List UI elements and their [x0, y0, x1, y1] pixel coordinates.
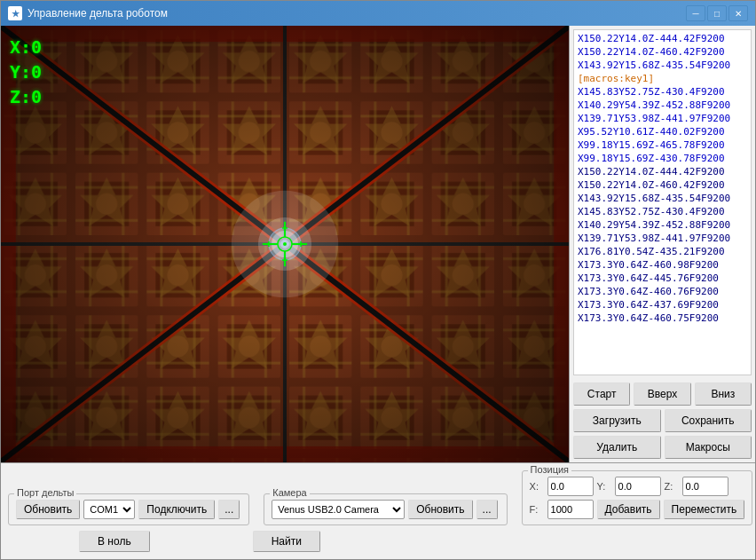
gcode-line[interactable]: X173.3Y0.64Z-460.98F9200: [576, 258, 749, 272]
svg-point-41: [283, 242, 287, 246]
gcode-line[interactable]: X173.3Y0.64Z-460.76F9200: [576, 285, 749, 298]
title-bar-left: ★ Управление дельта роботом: [8, 6, 168, 20]
gcode-line[interactable]: X143.92Y15.68Z-435.54F9200: [576, 192, 749, 205]
position-xyz-row: X: Y: Z:: [530, 477, 745, 496]
add-button[interactable]: Добавить: [597, 500, 660, 519]
load-button[interactable]: Загрузить: [573, 409, 661, 432]
port-select[interactable]: COM1 COM2 COM3: [83, 500, 135, 519]
macros-button[interactable]: Макросы: [665, 436, 752, 459]
bottom-panel: Порт дельты Обновить COM1 COM2 COM3 Подк…: [1, 462, 755, 559]
bottom-row-2: В ноль Найти: [8, 531, 748, 552]
maximize-button[interactable]: □: [707, 5, 727, 21]
app-icon: ★: [8, 6, 22, 20]
btn-row-2: Загрузить Сохранить: [573, 409, 752, 432]
gcode-line[interactable]: X99.18Y15.69Z-430.78F9200: [576, 152, 749, 165]
gcode-line[interactable]: X95.52Y10.61Z-440.02F9200: [576, 125, 749, 138]
camera-more-button[interactable]: ...: [476, 500, 498, 519]
gcode-line[interactable]: [macros:key1]: [576, 72, 749, 85]
x-input[interactable]: [547, 477, 594, 496]
x-label: X:: [530, 481, 544, 492]
close-button[interactable]: ✕: [728, 5, 748, 21]
camera-refresh-button[interactable]: Обновить: [408, 500, 472, 519]
main-window: ★ Управление дельта роботом ─ □ ✕: [0, 0, 756, 560]
down-button[interactable]: Вниз: [695, 383, 752, 406]
gcode-line[interactable]: X145.83Y52.75Z-430.4F9200: [576, 85, 749, 99]
gcode-line[interactable]: X176.81Y0.54Z-435.21F9200: [576, 245, 749, 258]
start-button[interactable]: Старт: [573, 383, 630, 406]
delete-button[interactable]: Удалить: [573, 436, 661, 459]
gcode-line[interactable]: X140.29Y54.39Z-452.88F9200: [576, 218, 749, 232]
port-section-label: Порт дельты: [14, 487, 76, 498]
gcode-line[interactable]: X139.71Y53.98Z-441.97F9200: [576, 112, 749, 125]
camera-panel: X:0 Y:0 Z:0: [1, 26, 569, 462]
zero-button[interactable]: В ноль: [79, 531, 150, 552]
y-label: Y:: [597, 481, 611, 492]
f-label: F:: [530, 504, 544, 515]
coord-y: Y:0: [10, 59, 42, 84]
y-input[interactable]: [615, 477, 661, 496]
port-group: Порт дельты Обновить COM1 COM2 COM3 Подк…: [8, 493, 249, 525]
gcode-line[interactable]: X139.71Y53.98Z-441.97F9200: [576, 232, 749, 245]
f-input[interactable]: [547, 500, 594, 519]
gcode-line[interactable]: X143.92Y15.68Z-435.54F9200: [576, 59, 749, 72]
up-button[interactable]: Вверх: [634, 383, 690, 406]
position-section-label: Позиция: [528, 464, 572, 475]
gcode-line[interactable]: X150.22Y14.0Z-444.42F9200: [576, 32, 749, 45]
camera-section-label: Камера: [270, 487, 309, 498]
title-controls: ─ □ ✕: [686, 5, 748, 21]
gcode-line[interactable]: X173.3Y0.64Z-460.75F9200: [576, 312, 749, 325]
right-buttons: Старт Вверх Вниз Загрузить Сохранить Уда…: [570, 379, 755, 462]
z-label: Z:: [665, 481, 679, 492]
camera-select[interactable]: Venus USB2.0 Camera Camera 2: [272, 500, 405, 519]
gcode-list[interactable]: X150.22Y14.0Z-444.42F9200X150.22Y14.0Z-4…: [573, 29, 752, 375]
z-input[interactable]: [682, 477, 728, 496]
save-button[interactable]: Сохранить: [665, 409, 752, 432]
gcode-line[interactable]: X173.3Y0.64Z-445.76F9200: [576, 272, 749, 285]
camera-group: Камера Venus USB2.0 Camera Camera 2 Обно…: [264, 493, 507, 525]
minimize-button[interactable]: ─: [686, 5, 705, 21]
bottom-row-1: Порт дельты Обновить COM1 COM2 COM3 Подк…: [8, 470, 748, 525]
coords-overlay: X:0 Y:0 Z:0: [10, 35, 42, 109]
main-content: X:0 Y:0 Z:0 X150.22Y14.0Z-444.42F9200X15…: [1, 26, 755, 462]
camera-feed: X:0 Y:0 Z:0: [1, 26, 569, 462]
right-panel: X150.22Y14.0Z-444.42F9200X150.22Y14.0Z-4…: [569, 26, 755, 462]
coord-z: Z:0: [10, 84, 42, 109]
position-f-row: F: Добавить Переместить: [530, 500, 745, 519]
gcode-line[interactable]: X99.18Y15.69Z-465.78F9200: [576, 138, 749, 152]
title-bar: ★ Управление дельта роботом ─ □ ✕: [1, 1, 755, 26]
camera-background: [1, 26, 569, 462]
gcode-line[interactable]: X150.22Y14.0Z-460.42F9200: [576, 178, 749, 192]
gcode-line[interactable]: X173.3Y0.64Z-437.69F9200: [576, 298, 749, 312]
btn-row-3: Удалить Макросы: [573, 436, 752, 459]
gcode-line[interactable]: X150.22Y14.0Z-444.42F9200: [576, 165, 749, 178]
find-button[interactable]: Найти: [253, 531, 320, 552]
connect-button[interactable]: Подключить: [138, 500, 215, 519]
gcode-line[interactable]: X140.29Y54.39Z-452.88F9200: [576, 99, 749, 112]
coord-x: X:0: [10, 35, 42, 59]
port-controls: Обновить COM1 COM2 COM3 Подключить ...: [16, 500, 241, 519]
gcode-line[interactable]: X145.83Y52.75Z-430.4F9200: [576, 205, 749, 218]
move-button[interactable]: Переместить: [664, 500, 745, 519]
position-group: Позиция X: Y: Z: F: Добавить Перем: [522, 470, 753, 525]
gcode-line[interactable]: X150.22Y14.0Z-460.42F9200: [576, 45, 749, 59]
btn-row-1: Старт Вверх Вниз: [573, 383, 752, 406]
port-more-button[interactable]: ...: [218, 500, 240, 519]
port-refresh-button[interactable]: Обновить: [16, 500, 80, 519]
window-title: Управление дельта роботом: [28, 7, 168, 20]
camera-controls: Venus USB2.0 Camera Camera 2 Обновить ..…: [272, 500, 499, 519]
